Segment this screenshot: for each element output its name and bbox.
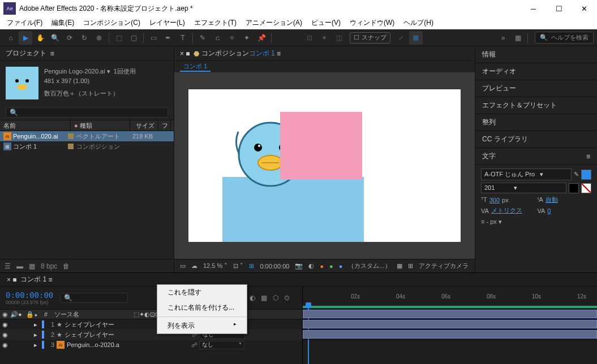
align-panel[interactable]: 整列 — [475, 114, 597, 131]
clone-tool-icon[interactable]: ⎌ — [211, 31, 224, 45]
font-size[interactable]: ᵀT 300 px — [481, 196, 535, 204]
project-item-comp1[interactable]: ▦ コンポ 1 コンポジション — [0, 141, 174, 151]
eraser-tool-icon[interactable]: ✧ — [225, 31, 239, 45]
snap-toggle[interactable]: ☐ スナップ — [350, 32, 390, 44]
timeline-search[interactable]: 🔍 — [60, 293, 128, 303]
preset-dropdown[interactable]: （カスタム...） — [348, 262, 390, 270]
roto-tool-icon[interactable]: ✦ — [240, 31, 254, 45]
motionblur-icon[interactable]: ◐ — [250, 294, 255, 302]
camera-dropdown[interactable]: アクティブカメラ — [419, 262, 469, 270]
audio-column-icon[interactable]: 🔊 — [10, 311, 18, 318]
bpc-toggle[interactable]: 8 bpc — [41, 262, 57, 270]
workspace-icon[interactable]: ▦ — [511, 31, 525, 45]
ctx-columns[interactable]: 列を表示 — [157, 318, 247, 333]
trash-icon[interactable]: 🗑 — [63, 262, 70, 270]
info-panel[interactable]: 情報 — [475, 46, 597, 63]
menu-file[interactable]: ファイル(F) — [2, 18, 47, 28]
layer-row-2[interactable]: ◉ ▸ 2 ★ シェイプレイヤー ☍ なし˅ — [0, 330, 302, 340]
layer-bar-2[interactable] — [303, 320, 597, 328]
parent-dropdown-3[interactable]: なし˅ — [199, 341, 244, 349]
eye-column-icon[interactable]: ◉ — [0, 311, 10, 318]
3d-view-icon[interactable]: ▦ — [397, 262, 402, 270]
menu-window[interactable]: ウィンドウ(W) — [345, 18, 399, 28]
interpret-icon[interactable]: ☰ — [5, 262, 11, 270]
project-item-penguin[interactable]: Ai Penguin...020.ai ベクトルアート 218 KB — [0, 131, 174, 141]
menu-layer[interactable]: レイヤー(L) — [145, 18, 190, 28]
pen-tool-icon[interactable]: ✒ — [161, 31, 175, 45]
eyedropper-icon[interactable]: ✎ — [574, 171, 579, 178]
leading[interactable]: ᵗA 自動 — [538, 196, 592, 204]
cc-libraries-panel[interactable]: CC ライブラリ — [475, 131, 597, 148]
layer-bar-1[interactable] — [303, 310, 597, 318]
font-weight-dropdown[interactable]: 201 ▾ — [481, 183, 566, 193]
view-axis-icon[interactable]: ◫ — [332, 31, 346, 45]
timecode[interactable]: 0:00:00:00 — [6, 291, 53, 300]
kerning[interactable]: VA メトリクス — [481, 206, 535, 215]
help-search[interactable]: 🔍 ヘルプを検索 — [535, 32, 594, 44]
comp-panel-header[interactable]: × ■ ⬣ コンポジション コンポ 1 ≡ — [174, 46, 475, 61]
local-axis-icon[interactable]: ⊡ — [303, 31, 316, 45]
brush-tool-icon[interactable]: ✎ — [196, 31, 209, 45]
col-size[interactable]: サイズ — [130, 120, 158, 131]
menu-edit[interactable]: 編集(E) — [47, 18, 79, 28]
puppet-tool-icon[interactable]: 📌 — [255, 31, 268, 45]
timeline-tab[interactable]: コンポ 1 — [20, 275, 46, 284]
project-search[interactable]: 🔍 — [6, 107, 168, 118]
mask-tool-icon[interactable]: ▢ — [127, 31, 140, 45]
rotate-tool-icon[interactable]: ↻ — [78, 31, 91, 45]
expand-switches-icon[interactable]: ⊙ — [284, 294, 290, 302]
zoom-dropdown[interactable]: 12.5 % ˅ — [203, 262, 227, 270]
snapshot-icon[interactable]: 📷 — [295, 262, 303, 270]
grid-icon[interactable]: ⊞ — [408, 262, 413, 270]
current-time[interactable]: 0:00:00:00 — [260, 263, 289, 270]
type-tool-icon[interactable]: T — [176, 31, 190, 45]
playhead[interactable] — [306, 302, 311, 308]
character-panel-header[interactable]: 文字≡ — [475, 148, 597, 165]
col-name[interactable]: 名前 — [0, 120, 71, 131]
menu-composition[interactable]: コンポジション(C) — [79, 18, 145, 28]
folder-icon[interactable]: ▬ — [16, 262, 23, 270]
menu-effect[interactable]: エフェクト(T) — [190, 18, 241, 28]
draft3d-icon[interactable]: ⬡ — [273, 294, 278, 302]
channel-icon[interactable]: ◐ — [308, 262, 314, 270]
fill-swatch[interactable] — [581, 170, 591, 180]
menu-help[interactable]: ヘルプ(H) — [399, 18, 438, 28]
close-button[interactable]: ✕ — [572, 0, 597, 17]
mag-icon[interactable]: ▭ — [180, 262, 186, 270]
lock-column-icon[interactable]: 🔒 — [26, 311, 34, 318]
effects-panel[interactable]: エフェクト＆プリセット — [475, 97, 597, 114]
new-comp-icon[interactable]: ▦ — [29, 262, 35, 270]
home-icon[interactable]: ⌂ — [4, 31, 18, 45]
menu-view[interactable]: ビュー(V) — [307, 18, 345, 28]
col-type[interactable]: ● 種類 — [71, 120, 130, 131]
composition-viewer[interactable] — [174, 72, 475, 259]
ctx-rename-this[interactable]: これに名前を付ける... — [157, 300, 247, 315]
camera-tool-icon[interactable]: ⊕ — [92, 31, 106, 45]
tracking[interactable]: VA 0 — [538, 206, 592, 215]
menu-animation[interactable]: アニメーション(A) — [241, 18, 307, 28]
rect-tool-icon[interactable]: ▭ — [147, 31, 160, 45]
orbit-tool-icon[interactable]: ⟳ — [63, 31, 76, 45]
selection-tool-icon[interactable]: ▶ — [19, 31, 32, 45]
solo-column-icon[interactable]: ● — [18, 311, 26, 318]
stroke-swatch-none[interactable] — [581, 183, 591, 193]
expand-icon[interactable]: » — [496, 31, 510, 45]
minimize-button[interactable]: ─ — [521, 0, 546, 17]
mask-icon[interactable]: ☁ — [191, 262, 197, 270]
layer-row-3[interactable]: ◉ ▸ 3 Ai Penguin...o-2020.a ☍ なし˅ — [0, 340, 302, 350]
snap-grid-icon[interactable]: ⊞ — [409, 31, 423, 45]
layer-bar-3[interactable] — [303, 330, 597, 339]
stroke-width[interactable]: ≡ - px ▾ — [481, 218, 502, 226]
graph-editor-icon[interactable]: ▦ — [261, 294, 267, 302]
world-axis-icon[interactable]: ✦ — [317, 31, 331, 45]
ctx-hide-this[interactable]: これを隠す — [157, 285, 247, 300]
audio-panel[interactable]: オーディオ — [475, 63, 597, 80]
timeline-tracks[interactable]: 02s 04s 06s 08s 10s 12s — [303, 287, 597, 364]
layer-row-1[interactable]: ◉ ▸ 1 ★ シェイプレイヤー ☍ なし˅ — [0, 319, 302, 330]
hand-tool-icon[interactable]: ✋ — [33, 31, 47, 45]
res-dropdown[interactable]: ⊡ ˅ — [233, 262, 243, 270]
project-panel-header[interactable]: プロジェクト ≡ — [0, 46, 174, 61]
preview-panel[interactable]: プレビュー — [475, 80, 597, 97]
comp-tab[interactable]: コンポ 1 — [180, 62, 211, 72]
snap-edge-icon[interactable]: ⟋ — [394, 31, 408, 45]
